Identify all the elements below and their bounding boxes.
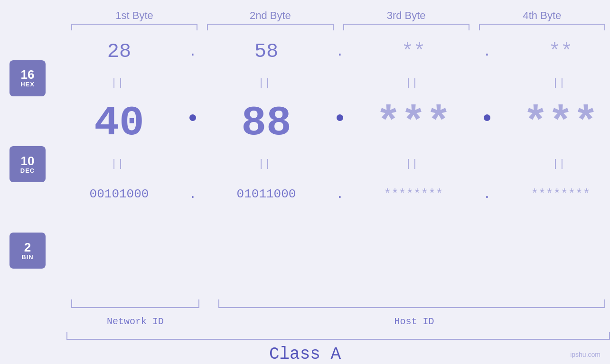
dec-cell-4: *** <box>497 100 610 147</box>
hex-row: 28 . 58 . ** . ** <box>55 30 610 73</box>
dot-sep-dec-3 <box>478 114 497 131</box>
bracket-top-3 <box>343 24 469 30</box>
bin-row: 00101000 . 01011000 . ******** . <box>55 173 610 215</box>
watermark: ipshu.com <box>570 351 601 358</box>
main-container: 1st Byte 2nd Byte 3rd Byte 4th Byte 16 H… <box>0 0 610 364</box>
top-brackets <box>66 24 610 30</box>
bracket-bottom-network <box>71 299 199 308</box>
bin-val-2: 01011000 <box>237 187 296 201</box>
bottom-brackets <box>66 299 610 311</box>
hex-cell-2: 58 <box>202 40 330 63</box>
dot-sep-dec-1 <box>183 114 202 131</box>
byte-headers: 1st Byte 2nd Byte 3rd Byte 4th Byte <box>0 0 610 22</box>
bin-cell-2: 01011000 <box>202 187 330 201</box>
bin-badge: 2 BIN <box>9 233 46 269</box>
eq-row-1: || || || || <box>55 73 610 92</box>
hex-val-1: 28 <box>107 40 131 63</box>
eq2-cell-2: || <box>202 157 330 169</box>
eq-cell-1: || <box>55 76 183 89</box>
hex-cell-4: ** <box>497 40 610 63</box>
dec-val-3: *** <box>376 100 451 147</box>
hex-cell-1: 28 <box>55 40 183 63</box>
big-dot-1 <box>189 114 196 121</box>
dot-sep-bin-2: . <box>330 187 349 202</box>
dec-row: 40 88 *** *** <box>55 92 610 154</box>
eq2-cell-4: || <box>497 157 610 169</box>
left-labels: 16 HEX 10 DEC 2 BIN <box>0 30 55 299</box>
host-id-label: Host ID <box>218 316 610 327</box>
class-bracket <box>66 332 610 340</box>
byte-header-4: 4th Byte <box>478 9 606 22</box>
bin-cell-1: 00101000 <box>55 187 183 201</box>
dot-sep-hex-1: . <box>183 45 202 59</box>
byte-header-2: 2nd Byte <box>206 9 334 22</box>
bracket-bottom-host <box>218 299 605 308</box>
dot-sep-bin-3: . <box>478 187 497 202</box>
eq-cell-2: || <box>202 76 330 89</box>
big-dot-3 <box>484 114 490 121</box>
values-area: 28 . 58 . ** . ** <box>55 30 610 299</box>
bin-cell-3: ******** <box>349 187 478 201</box>
eq-cell-4: || <box>497 76 610 89</box>
hex-val-2: 58 <box>254 40 278 63</box>
dec-cell-3: *** <box>349 100 478 147</box>
byte-header-1: 1st Byte <box>70 9 198 22</box>
bracket-top-1 <box>71 24 197 30</box>
eq2-cell-3: || <box>349 157 478 169</box>
bin-val-4: ******** <box>531 187 591 201</box>
eq2-cell-1: || <box>55 157 183 169</box>
big-dot-2 <box>337 114 343 121</box>
bracket-top-4 <box>479 24 605 30</box>
main-grid: 16 HEX 10 DEC 2 BIN 28 . <box>0 30 610 299</box>
dot-sep-bin-1: . <box>183 187 202 202</box>
dec-val-4: *** <box>523 100 598 147</box>
dec-cell-1: 40 <box>55 100 183 147</box>
hex-badge: 16 HEX <box>9 60 46 96</box>
hex-val-4: ** <box>549 40 572 63</box>
dec-cell-2: 88 <box>202 100 330 147</box>
dot-sep-hex-3: . <box>478 45 497 59</box>
bin-val-1: 00101000 <box>90 187 149 201</box>
dec-badge: 10 DEC <box>9 146 46 182</box>
dot-sep-dec-2 <box>330 114 349 131</box>
hex-cell-3: ** <box>349 40 478 63</box>
network-id-label: Network ID <box>66 316 204 327</box>
bin-val-3: ******** <box>384 187 443 201</box>
dec-val-2: 88 <box>241 100 291 147</box>
dec-val-1: 40 <box>94 100 144 147</box>
byte-header-3: 3rd Byte <box>342 9 470 22</box>
id-labels-row: Network ID Host ID <box>66 311 610 331</box>
eq-cell-3: || <box>349 76 478 89</box>
eq-row-2: || || || || <box>55 154 610 173</box>
dot-sep-hex-2: . <box>330 45 349 59</box>
hex-val-3: ** <box>402 40 425 63</box>
bin-cell-4: ******** <box>497 187 610 201</box>
bracket-top-2 <box>207 24 333 30</box>
class-label: Class A <box>0 345 610 364</box>
